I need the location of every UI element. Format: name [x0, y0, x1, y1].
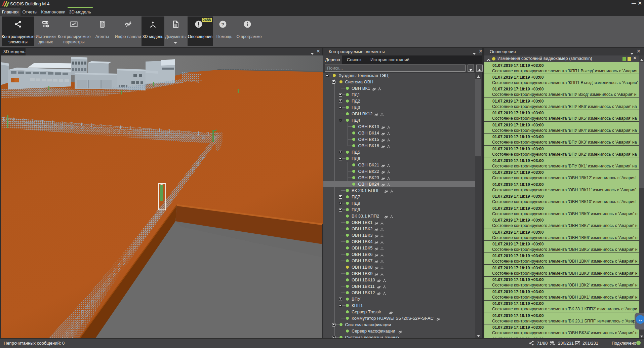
svg-text:?: ?: [221, 22, 224, 27]
